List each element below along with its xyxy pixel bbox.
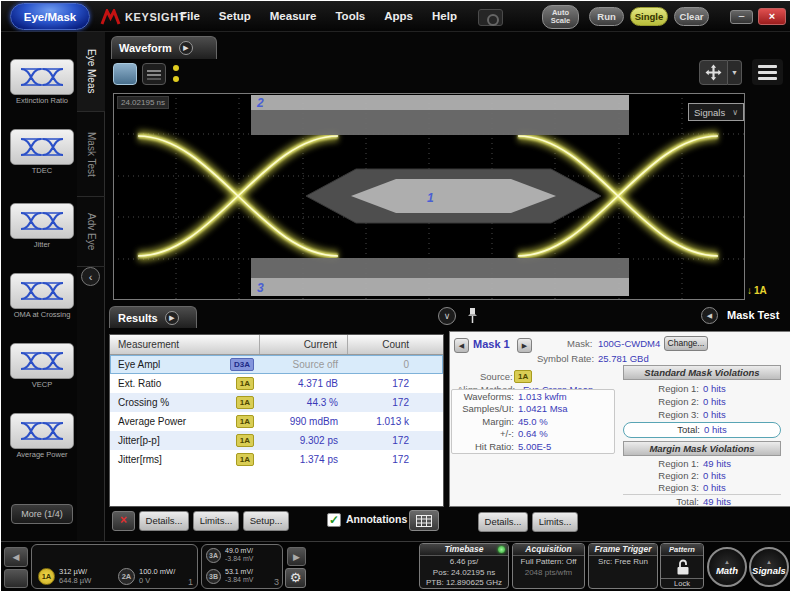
table-row[interactable]: Jitter[p-p] 1A 9.302 ps 172 (110, 431, 443, 450)
channel-group-3[interactable]: 3A 49.0 mV/ -3.84 mV 3B 53.1 mV/ -3.84 m… (201, 544, 283, 589)
more-tools-button[interactable]: More (1/4) (11, 504, 73, 524)
results-table-header: Measurement Current Count (110, 335, 443, 355)
results-tab[interactable]: Results (109, 306, 197, 328)
pattern-lock-label: Lock (661, 578, 703, 588)
violation-row: Region 3:0 hits (623, 408, 781, 421)
sidebar-item-oma-at-crossing[interactable]: OMA at Crossing (10, 273, 74, 320)
menu-tools[interactable]: Tools (335, 10, 365, 22)
pattern-lock-box[interactable]: Pattern Lock (660, 543, 704, 589)
table-row[interactable]: Eye Ampl D3A Source off 0 (110, 355, 443, 374)
sidebar-item-average-power[interactable]: Average Power (10, 413, 74, 460)
gear-icon[interactable] (285, 568, 306, 588)
channel-3a-badge[interactable]: 3A (206, 548, 221, 563)
single-button[interactable]: Single (630, 7, 668, 26)
scroll-left-button[interactable]: ◀ (4, 547, 28, 567)
standard-total: Total: 0 hits (623, 422, 781, 438)
menu-file[interactable]: File (180, 10, 200, 22)
results-grid-view-button[interactable] (409, 510, 439, 531)
mask-source-badge: 1A (514, 370, 532, 383)
down-arrow-icon (747, 285, 752, 296)
mask-region-center: 1 (306, 169, 601, 223)
results-details-button[interactable]: Details... (139, 511, 189, 531)
annotations-checkbox[interactable] (327, 513, 341, 527)
scroll-right-button[interactable]: ▶ (287, 547, 306, 566)
mask-change-button[interactable]: Change... (664, 336, 708, 351)
waveform-tab[interactable]: Waveform (111, 36, 217, 59)
collapse-sidebar-button[interactable] (81, 267, 100, 286)
menu-setup[interactable]: Setup (219, 10, 251, 22)
channel-3b-badge[interactable]: 3B (206, 569, 221, 584)
mask-test-back-button[interactable] (701, 307, 718, 324)
menu-measure[interactable]: Measure (270, 10, 317, 22)
marker-dot-1[interactable] (173, 65, 179, 71)
pan-tool-button[interactable] (699, 60, 728, 85)
mask-next-button[interactable] (517, 338, 532, 353)
mask-region-top: 2 (251, 95, 629, 135)
pin-icon[interactable] (467, 307, 478, 325)
sidebar-item-extinction-ratio[interactable]: Extinction Ratio (10, 59, 74, 106)
menu-help[interactable]: Help (432, 10, 457, 22)
grid-icon (416, 515, 432, 527)
delete-measurement-button[interactable] (112, 511, 135, 531)
mask-prev-button[interactable] (454, 338, 469, 353)
mask-stats-box: Waveforms:1.013 kwfm Samples/UI:1.0421 M… (451, 389, 615, 454)
channel-3a[interactable]: 3A 49.0 mV/ -3.84 mV (206, 547, 253, 563)
math-button[interactable]: Math (707, 547, 747, 587)
tab-adv-eye[interactable]: Adv Eye (77, 197, 105, 267)
mask-details-button[interactable]: Details... (478, 512, 528, 532)
tab-mask-test[interactable]: Mask Test (77, 112, 105, 197)
frame-trigger-box[interactable]: Frame Trigger Src: Free Run (588, 543, 658, 589)
annotations-label: Annotations (346, 513, 407, 525)
top-bar: Eye/Mask KEYSIGHT File Setup Measure Too… (1, 1, 790, 32)
pattern-title: Pattern (669, 545, 695, 554)
channel-1a[interactable]: 1A 312 µW/ 644.8 µW (38, 568, 91, 585)
group-corner-label: 3 (274, 577, 279, 587)
frame-trigger-source: Src: Free Run (589, 557, 657, 568)
collapse-results-button[interactable] (438, 307, 456, 325)
channel-3b[interactable]: 3B 53.1 mV/ -3.84 mV (206, 568, 253, 584)
table-row[interactable]: Average Power 1A 990 mdBm 1.013 k (110, 412, 443, 431)
camera-icon[interactable] (478, 9, 503, 26)
meas-current: 1.374 ps (260, 454, 348, 465)
mode-button[interactable]: Eye/Mask (10, 3, 90, 30)
average-power-icon (20, 420, 64, 442)
channel-2a-badge[interactable]: 2A (118, 568, 135, 585)
table-row[interactable]: Ext. Ratio 1A 4.371 dB 172 (110, 374, 443, 393)
minimize-button[interactable] (730, 10, 753, 24)
table-row[interactable]: Jitter[rms] 1A 1.374 ps 172 (110, 450, 443, 469)
auto-scale-button[interactable]: Auto Scale (542, 5, 579, 29)
mask-limits-button[interactable]: Limits... (532, 512, 578, 532)
signals-dropdown[interactable]: Signals ∨ (688, 103, 744, 121)
run-button[interactable]: Run (589, 7, 624, 26)
table-row[interactable]: Crossing % 1A 44.3 % 172 (110, 393, 443, 412)
pan-tool-caret[interactable] (728, 60, 742, 85)
region-value: 0 hits (703, 382, 726, 395)
sidebar-item-tdec[interactable]: TDEC (10, 129, 74, 176)
waveform-tab-menu-icon[interactable] (179, 41, 193, 55)
results-tab-menu-icon[interactable] (165, 311, 179, 325)
channel-1a-badge[interactable]: 1A (38, 568, 55, 585)
results-limits-button[interactable]: Limits... (193, 511, 239, 531)
timebase-box[interactable]: Timebase 6.46 ps/ Pos: 24.02195 ns PTB: … (419, 543, 509, 589)
sidebar-item-jitter[interactable]: Jitter (10, 203, 74, 250)
signals-button[interactable]: Signals (749, 547, 789, 587)
tab-eye-meas[interactable]: Eye Meas (77, 32, 105, 112)
eye-diagram-plot[interactable]: 2 3 1 (113, 93, 745, 300)
menu-hamburger-button[interactable] (752, 59, 783, 85)
menu-apps[interactable]: Apps (384, 10, 413, 22)
scroll-left-secondary-button[interactable] (4, 569, 28, 588)
meas-name: Eye Ampl (118, 359, 160, 370)
display-mode-button[interactable] (113, 63, 137, 85)
acquisition-box[interactable]: Acquisition Full Pattern: Off 2048 pts/w… (512, 543, 585, 589)
marker-dot-2[interactable] (173, 76, 179, 82)
channel-2a[interactable]: 2A 100.0 mW/ 0 V (118, 568, 175, 585)
display-layout-button[interactable] (142, 63, 166, 85)
vecp-icon (20, 350, 64, 372)
results-setup-button[interactable]: Setup... (243, 511, 289, 531)
total-value: 49 hits (703, 495, 731, 508)
tool-label: TDEC (10, 167, 74, 176)
channel-group-1[interactable]: 1A 312 µW/ 644.8 µW 2A 100.0 mW/ 0 V 1 (31, 544, 198, 589)
clear-button[interactable]: Clear (674, 7, 709, 26)
close-button[interactable] (758, 8, 786, 25)
sidebar-item-vecp[interactable]: VECP (10, 343, 74, 390)
